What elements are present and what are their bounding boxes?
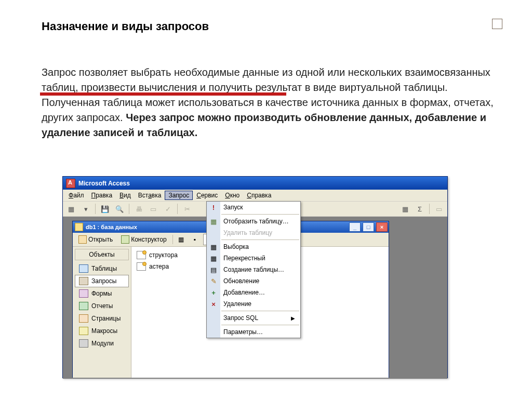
tb-cut-icon[interactable]: ✂	[181, 203, 193, 215]
tb-preview-icon[interactable]: ▭	[147, 203, 159, 215]
select-query-icon: ▦	[209, 243, 218, 251]
objects-queries[interactable]: Запросы	[75, 275, 129, 287]
tb-print-icon[interactable]: 🖶	[132, 203, 145, 215]
access-app-icon	[66, 179, 75, 188]
pages-label: Страницы	[91, 315, 121, 322]
menubar: Файл Правка Вид Вставка Запрос Сервис Ок…	[63, 190, 447, 202]
db-open-button[interactable]: Открыть	[76, 234, 115, 245]
db-maximize-button[interactable]: □	[363, 222, 374, 232]
menu-file-rest: айл	[73, 192, 84, 199]
menu-help[interactable]: Справка	[243, 191, 275, 200]
dd-sep	[221, 240, 299, 240]
objects-pages[interactable]: Страницы	[75, 312, 129, 325]
tables-label: Таблицы	[91, 265, 117, 272]
objects-tables[interactable]: Таблицы	[75, 262, 129, 275]
show-table-label: Отобразить таблицу…	[223, 218, 289, 225]
db-small-icons-view[interactable]: ▪	[190, 234, 200, 245]
menu-view[interactable]: Вид	[116, 191, 135, 200]
objects-reports[interactable]: Отчеты	[75, 300, 129, 312]
macros-label: Макросы	[91, 327, 117, 335]
create-wizard-suffix: астера	[149, 263, 169, 270]
menu-item-show-table[interactable]: ▦Отобразить таблицу…	[207, 216, 300, 227]
menu-item-run[interactable]: !Запуск	[207, 202, 300, 213]
objects-pane: Объекты Таблицы Запросы Формы Отчеты Стр…	[73, 247, 131, 378]
tb-showtable-icon[interactable]: ▦	[399, 203, 411, 215]
titlebar[interactable]: Microsoft Access	[63, 177, 447, 190]
database-icon	[75, 223, 83, 231]
params-label: Параметры…	[223, 328, 263, 336]
tb-search-icon[interactable]: 🔍	[113, 203, 126, 215]
access-window: Microsoft Access Файл Правка Вид Вставка…	[62, 176, 448, 378]
heading-placeholder-box	[492, 19, 502, 29]
menu-item-sql[interactable]: Запрос SQL▶	[207, 312, 300, 324]
menu-window[interactable]: Окно	[221, 191, 243, 200]
delete-icon: ×	[209, 300, 218, 308]
database-title-text: db1 : база данных	[86, 224, 137, 230]
update-label: Обновление	[223, 277, 259, 285]
objects-forms[interactable]: Формы	[75, 287, 129, 300]
make-table-label: Создание таблицы…	[223, 266, 284, 273]
reports-label: Отчеты	[91, 302, 113, 310]
menu-query[interactable]: Запрос	[165, 191, 193, 200]
append-label: Добавление…	[223, 289, 265, 296]
menu-item-crosstab[interactable]: ▦Перекрестный	[207, 252, 300, 264]
dd-sep	[221, 214, 299, 215]
macros-icon	[79, 327, 88, 335]
tb-properties-icon[interactable]: ▭	[433, 203, 445, 215]
tb-save-icon[interactable]: 💾	[99, 203, 111, 215]
menu-item-update[interactable]: ✎Обновление	[207, 275, 300, 287]
menu-item-select[interactable]: ▦Выборка	[207, 241, 300, 252]
select-label: Выборка	[223, 243, 249, 250]
menu-item-delete-table: Удалить таблицу	[207, 227, 300, 238]
tb-separator	[177, 204, 178, 214]
delete-table-label: Удалить таблицу	[223, 229, 272, 236]
new-icon	[137, 251, 146, 259]
db-tb-sep	[172, 235, 173, 244]
tb-totals-icon[interactable]: Σ	[414, 203, 426, 215]
run-icon: !	[209, 203, 218, 211]
menu-item-append[interactable]: +Добавление…	[207, 287, 300, 298]
run-label: Запуск	[223, 204, 243, 211]
queries-label: Запросы	[91, 277, 116, 285]
menu-service[interactable]: Сервис	[193, 191, 221, 200]
make-table-icon: ▤	[209, 265, 218, 274]
open-icon	[78, 235, 87, 244]
objects-modules[interactable]: Модули	[75, 337, 129, 350]
db-close-button[interactable]: ×	[376, 222, 388, 232]
menu-item-params[interactable]: Параметры…	[207, 326, 300, 338]
modules-icon	[79, 339, 88, 348]
show-table-icon: ▦	[209, 217, 218, 225]
menu-item-delete[interactable]: ×Удаление	[207, 298, 300, 310]
tb-separator	[429, 204, 430, 214]
menu-item-make-table[interactable]: ▤Создание таблицы…	[207, 264, 300, 275]
forms-label: Формы	[91, 290, 112, 297]
tb-dropdown-arrow-icon[interactable]: ▾	[79, 203, 92, 215]
tb-view-icon[interactable]: ▦	[65, 203, 77, 215]
menu-insert[interactable]: Вставка	[135, 191, 165, 200]
update-icon: ✎	[209, 277, 218, 285]
slide-heading: Назначение и виды запросов	[42, 20, 209, 33]
db-minimize-button[interactable]: _	[349, 222, 361, 232]
crosstab-label: Перекрестный	[223, 255, 265, 262]
submenu-arrow-icon: ▶	[291, 315, 295, 321]
reports-icon	[79, 302, 88, 310]
queries-icon	[79, 277, 88, 285]
design-icon	[121, 235, 129, 244]
tb-separator	[95, 204, 96, 214]
db-design-button[interactable]: Конструктор	[118, 234, 169, 245]
tb-spelling-icon[interactable]: ✓	[162, 203, 174, 215]
menu-edit[interactable]: Правка	[88, 191, 116, 200]
delete-label: Удаление	[223, 300, 251, 308]
sql-label: Запрос SQL	[223, 314, 258, 322]
objects-header[interactable]: Объекты	[75, 249, 129, 260]
forms-icon	[79, 289, 88, 298]
modules-label: Модули	[91, 340, 114, 347]
dd-sep	[221, 325, 299, 325]
db-open-label: Открыть	[88, 236, 113, 243]
dd-sep	[221, 311, 299, 311]
app-title: Microsoft Access	[78, 180, 130, 187]
db-large-icons-view[interactable]: ▦	[176, 234, 187, 245]
objects-macros[interactable]: Макросы	[75, 325, 129, 337]
query-menu-dropdown: !Запуск ▦Отобразить таблицу… Удалить таб…	[206, 201, 301, 338]
menu-file[interactable]: Файл	[65, 191, 88, 200]
